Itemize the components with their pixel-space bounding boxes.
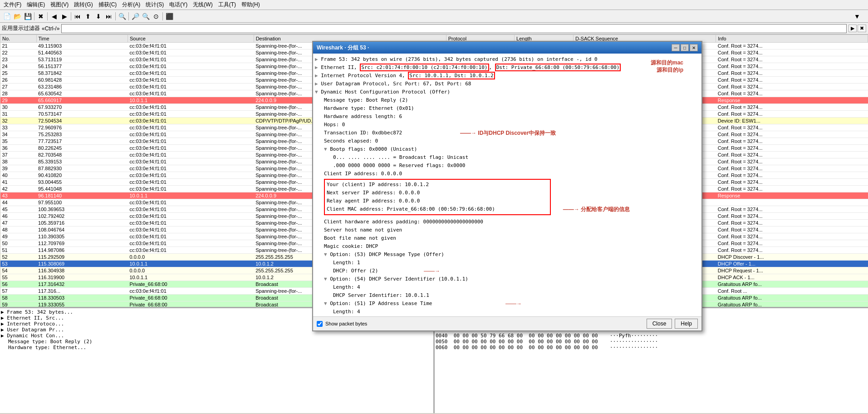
field-nextserver[interactable]: Next server IP address: 0.0.0.0	[327, 189, 548, 197]
close-btn[interactable]: ✖	[36, 11, 46, 21]
table-cell: 44	[0, 199, 37, 206]
table-cell: cc:03:0e:f4:f1:01	[128, 213, 254, 220]
go-next-btn[interactable]: ⬇	[93, 11, 103, 21]
field-relayip[interactable]: Relay agent IP address: 0.0.0.0	[327, 197, 548, 205]
table-cell: 97.955100	[36, 199, 128, 206]
table-cell: 33	[0, 124, 37, 131]
field-opt54-val[interactable]: DHCP Server Identifier: 10.0.1.1	[333, 291, 700, 300]
filter-apply[interactable]: ▶	[848, 25, 857, 32]
sep1	[34, 12, 34, 20]
field-opt53-val[interactable]: DHCP: Offer (2) ——→	[333, 267, 700, 275]
menu-edit[interactable]: 编辑(E)	[24, 0, 48, 10]
table-cell: Conf. Root = 3274...	[716, 49, 868, 56]
zoom-in-btn[interactable]: 🔎	[130, 11, 140, 21]
table-cell: cc:03:0e:f4:f1:01	[128, 199, 254, 206]
field-ip[interactable]: ▶ Internet Protocol Version 4, Src: 10.0…	[315, 72, 700, 80]
field-hwpadding[interactable]: Client hardware address padding: 0000000…	[324, 218, 700, 226]
field-udp[interactable]: ▶ User Datagram Protocol, Src Port: 67, …	[315, 80, 700, 88]
field-bootfile[interactable]: Boot file name not given	[324, 234, 700, 242]
table-cell: cc:03:0e:f4:f1:01	[128, 77, 254, 84]
table-cell: Conf. Root = 3274...	[716, 227, 868, 233]
zoom-out-btn[interactable]: 🔍	[141, 11, 151, 21]
field-servername[interactable]: Server host name not given	[324, 226, 700, 234]
menu-view[interactable]: 视图(V)	[48, 0, 71, 10]
field-clientip[interactable]: Client IP address: 0.0.0.0	[324, 170, 700, 178]
table-cell: 43	[0, 192, 37, 199]
field-opt54-len[interactable]: Length: 4	[333, 283, 700, 291]
field-opt51-val[interactable]: IP Address Lease Time: (84304s) 23 hours…	[333, 316, 700, 316]
field-hwlen[interactable]: Hardware address length: 6	[324, 113, 700, 121]
field-ethernet[interactable]: ▶ Ethernet II, Src: c2:01:74:f0:00:10 (c…	[315, 64, 700, 72]
table-cell: cc:03:0e:f4:f1:01	[128, 152, 254, 158]
menu-goto[interactable]: 跳转(G)	[71, 0, 95, 10]
go-first-btn[interactable]: ⏮	[73, 11, 83, 21]
filter-btn[interactable]: 🔍	[117, 11, 127, 21]
detail-body[interactable]: ▶ Frame 53: 342 bytes on wire (2736 bits…	[313, 54, 701, 316]
menu-wireless[interactable]: 无线(W)	[190, 0, 215, 10]
forward-btn[interactable]: ▶	[59, 11, 69, 21]
field-yourip[interactable]: Your (client) IP address: 10.0.1.2	[327, 181, 548, 189]
bytes-row: 0060 00 00 00 00 00 00 00 00 00 00 00 00…	[436, 345, 867, 350]
field-magic[interactable]: Magic cookie: DHCP	[324, 242, 700, 251]
resize-cols-btn[interactable]: ⬛	[164, 11, 174, 21]
field-opt51-len[interactable]: Length: 4	[333, 308, 700, 316]
toolbar-extra[interactable]: ▼	[848, 11, 866, 21]
new-btn[interactable]: 📄	[2, 11, 12, 21]
table-cell: Device ID: ESW1...	[716, 118, 868, 124]
field-opt51[interactable]: ▼ Option: (51) IP Address Lease Time ——→	[324, 300, 700, 308]
field-opt54[interactable]: ▼ Option: (54) DHCP Server Identifier (1…	[324, 275, 700, 283]
field-opt53-len[interactable]: Length: 1	[333, 259, 700, 267]
menu-help[interactable]: 帮助(H)	[239, 0, 263, 10]
menu-analyze[interactable]: 分析(A)	[119, 0, 143, 10]
menu-capture[interactable]: 捕获(C)	[96, 0, 120, 10]
minimize-btn[interactable]: ─	[672, 44, 680, 51]
back-btn[interactable]: ◀	[49, 11, 59, 21]
filter-label: 应用显示过滤器	[2, 25, 40, 32]
col-info: Info	[716, 35, 868, 43]
table-cell: 31	[0, 111, 37, 118]
go-last-btn[interactable]: ⏭	[104, 11, 114, 21]
show-bytes-checkbox[interactable]	[317, 321, 323, 327]
save-btn[interactable]: 💾	[23, 11, 33, 21]
field-reserved[interactable]: .000 0000 0000 0000 = Reserved flags: 0x…	[333, 162, 700, 170]
go-prev-btn[interactable]: ⬆	[83, 11, 93, 21]
table-cell: 117.316432	[36, 281, 128, 288]
table-cell: cc:03:0e:f4:f1:01	[128, 118, 254, 124]
table-cell: cc:03:0e:f4:f1:01	[128, 131, 254, 138]
menu-phone[interactable]: 电话(Y)	[167, 0, 190, 10]
table-cell: 58.371842	[36, 70, 128, 77]
table-cell: 10.0.1.1	[128, 97, 254, 104]
field-seconds[interactable]: Seconds elapsed: 0	[324, 137, 700, 145]
field-hwtype[interactable]: Hardware type: Ethernet (0x01)	[324, 104, 700, 113]
filterbar: 应用显示过滤器 «Ctrl-/» ▶ ✖	[0, 23, 868, 34]
table-cell: 52	[0, 254, 37, 261]
zoom-reset-btn[interactable]: ⊙	[151, 11, 161, 21]
table-cell: Conf. Root ...	[716, 288, 868, 295]
filter-clear[interactable]: ✖	[858, 25, 866, 32]
table-cell: 46	[0, 213, 37, 220]
close-detail-btn[interactable]: Close	[647, 319, 672, 329]
field-msgtype[interactable]: Message type: Boot Reply (2)	[324, 96, 700, 104]
table-cell: Conf. Root = 3274...	[716, 179, 868, 186]
show-bytes-label[interactable]: Show packet bytes	[325, 321, 367, 326]
field-opt53[interactable]: ▼ Option: (53) DHCP Message Type (Offer)	[324, 251, 700, 259]
close-window-btn[interactable]: ✕	[690, 44, 698, 51]
menu-file[interactable]: 文件(F)	[1, 0, 24, 10]
help-detail-btn[interactable]: Help	[675, 319, 698, 329]
menu-tools[interactable]: 工具(T)	[216, 0, 239, 10]
maximize-btn[interactable]: □	[681, 44, 689, 51]
bootp-fields: 0... .... .... .... = Broadcast flag: Un…	[324, 153, 700, 170]
field-bootp[interactable]: ▼ Bootp flags: 0x0000 (Unicast)	[324, 145, 700, 153]
field-clientmac[interactable]: Client MAC address: Private_66:68:00 (00…	[327, 205, 548, 213]
table-cell: Conf. Root = 3274...	[716, 104, 868, 111]
field-dhcp[interactable]: ▼ Dynamic Host Configuration Protocol (O…	[315, 88, 700, 96]
field-frame[interactable]: ▶ Frame 53: 342 bytes on wire (2736 bits…	[315, 55, 700, 64]
field-hops[interactable]: Hops: 0	[324, 121, 700, 129]
filter-input[interactable]	[61, 24, 847, 33]
field-bcast[interactable]: 0... .... .... .... = Broadcast flag: Un…	[333, 153, 700, 162]
menu-stats[interactable]: 统计(S)	[143, 0, 167, 10]
table-cell: cc:03:0e:f4:f1:01	[128, 240, 254, 247]
open-btn[interactable]: 📂	[12, 11, 22, 21]
field-transid[interactable]: Transaction ID: 0xdbbec872 ——→ ID与DHCP D…	[324, 129, 700, 137]
table-cell: 51	[0, 247, 37, 254]
